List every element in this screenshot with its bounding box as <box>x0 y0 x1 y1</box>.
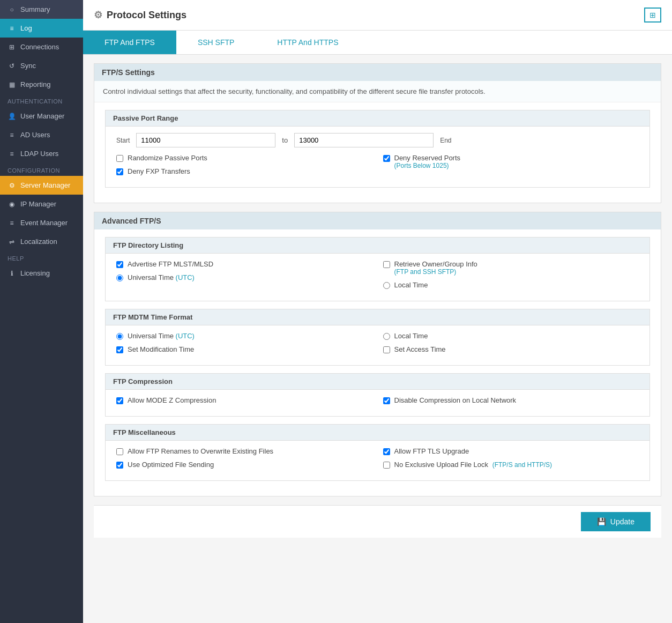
ftp-compression-subsection: FTP Compression Allow MODE Z Compression <box>105 373 650 417</box>
ftp-mdtm-header: FTP MDTM Time Format <box>106 309 649 325</box>
set-mod-time-checkbox[interactable] <box>116 346 123 353</box>
ftp-mdtm-right: Local Time Set Access Time <box>383 332 639 359</box>
set-mod-time-label: Set Modification Time <box>128 345 194 353</box>
user-manager-icon: 👤 <box>8 113 16 120</box>
localization-icon: ⇌ <box>8 238 16 246</box>
advertise-mlst-checkbox[interactable] <box>116 261 123 268</box>
passive-checkboxes: Randomize Passive Ports Deny FXP Transfe… <box>116 154 639 181</box>
sidebar-item-licensing[interactable]: ℹ Licensing <box>0 264 83 283</box>
ftp-compression-right: Disable Compression on Local Network <box>383 396 639 410</box>
ftp-directory-left: Advertise FTP MLST/MLSD Universal Time (… <box>116 260 372 294</box>
deny-reserved-label: Deny Reserved Ports <box>394 154 461 162</box>
bookmark-button[interactable]: ⊞ <box>644 8 661 23</box>
allow-tls-checkbox[interactable] <box>383 448 390 455</box>
local-time-mdtm-label: Local Time <box>394 332 428 340</box>
allow-mode-z-checkbox[interactable] <box>116 397 123 404</box>
update-save-icon: 💾 <box>597 517 606 526</box>
advanced-content: FTP Directory Listing Advertise FTP MLST… <box>94 229 661 496</box>
tab-http-https[interactable]: HTTP And HTTPS <box>256 31 360 54</box>
local-time-dir-radio[interactable] <box>383 282 390 289</box>
sidebar-item-event-manager[interactable]: ≡ Event Manager <box>0 213 83 232</box>
page-gear-icon: ⚙ <box>94 9 102 21</box>
ftp-directory-header: FTP Directory Listing <box>106 238 649 254</box>
deny-fxp-row: Deny FXP Transfers <box>116 167 372 175</box>
allow-mode-z-row: Allow MODE Z Compression <box>116 396 372 404</box>
page-header: ⚙ Protocol Settings ⊞ <box>83 0 672 31</box>
page-title-row: ⚙ Protocol Settings <box>94 9 186 21</box>
advanced-ftps-header: Advanced FTP/S <box>94 212 661 229</box>
allow-mode-z-label: Allow MODE Z Compression <box>128 396 216 404</box>
sidebar-item-ip-manager[interactable]: ◉ IP Manager <box>0 195 83 213</box>
passive-port-section: Passive Port Range Start to End <box>94 102 661 203</box>
deny-reserved-row: Deny Reserved Ports (Ports Below 1025) <box>383 154 639 169</box>
ftp-mdtm-body: Universal Time (UTC) Set Modification Ti… <box>106 325 649 365</box>
tab-ssh-sftp[interactable]: SSH SFTP <box>176 31 256 54</box>
allow-tls-row: Allow FTP TLS Upgrade <box>383 447 639 455</box>
local-time-mdtm-radio[interactable] <box>383 333 390 340</box>
set-access-time-label: Set Access Time <box>394 345 446 353</box>
end-port-input[interactable] <box>294 133 434 147</box>
page-title: Protocol Settings <box>107 10 186 21</box>
auth-section-label: Authentication <box>0 94 83 107</box>
sidebar-item-connections[interactable]: ⊞ Connections <box>0 38 83 56</box>
sidebar-item-reporting[interactable]: ▦ Reporting <box>0 75 83 94</box>
ip-manager-icon: ◉ <box>8 201 16 208</box>
ftp-misc-cols: Allow FTP Renames to Overwrite Existing … <box>116 447 639 474</box>
no-exclusive-lock-label: No Exclusive Upload File Lock <box>394 461 489 469</box>
sidebar-item-summary[interactable]: ○ Summary <box>0 0 83 19</box>
univ-time-mdtm-radio[interactable] <box>116 333 123 340</box>
randomize-passive-label: Randomize Passive Ports <box>128 154 207 162</box>
log-icon: ≡ <box>8 25 16 32</box>
deny-fxp-label: Deny FXP Transfers <box>128 167 190 175</box>
sidebar-item-log[interactable]: ≡ Log <box>0 19 83 38</box>
allow-ftp-renames-checkbox[interactable] <box>116 448 123 455</box>
disable-compression-checkbox[interactable] <box>383 397 390 404</box>
ftp-misc-left: Allow FTP Renames to Overwrite Existing … <box>116 447 372 474</box>
deny-reserved-sub: (Ports Below 1025) <box>394 162 461 169</box>
use-optimized-checkbox[interactable] <box>116 462 123 469</box>
to-label: to <box>282 136 288 144</box>
sidebar-item-ldap-users[interactable]: ≡ LDAP Users <box>0 144 83 163</box>
sidebar-item-server-manager[interactable]: ⚙ Server Manager <box>0 176 83 195</box>
deny-fxp-checkbox[interactable] <box>116 168 123 175</box>
randomize-passive-checkbox[interactable] <box>116 155 123 162</box>
ftps-settings-header: FTP/S Settings <box>94 64 661 81</box>
univ-time-dir-radio[interactable] <box>116 275 123 281</box>
ftp-directory-body: Advertise FTP MLST/MLSD Universal Time (… <box>106 254 649 301</box>
config-section-label: Configuration <box>0 163 83 176</box>
connections-icon: ⊞ <box>8 43 16 51</box>
update-button[interactable]: 💾 Update <box>581 512 651 531</box>
sidebar: ○ Summary ≡ Log ⊞ Connections ↺ Sync ▦ R… <box>0 0 83 623</box>
advertise-mlst-label: Advertise FTP MLST/MLSD <box>128 260 213 268</box>
univ-time-mdtm-row: Universal Time (UTC) <box>116 332 372 340</box>
ftp-misc-body: Allow FTP Renames to Overwrite Existing … <box>106 441 649 480</box>
advertise-mlst-row: Advertise FTP MLST/MLSD <box>116 260 372 268</box>
sidebar-item-localization[interactable]: ⇌ Localization <box>0 232 83 251</box>
disable-compression-label: Disable Compression on Local Network <box>394 396 517 404</box>
sidebar-item-sync[interactable]: ↺ Sync <box>0 56 83 75</box>
licensing-icon: ℹ <box>8 270 16 277</box>
retrieve-owner-checkbox[interactable] <box>383 261 390 268</box>
sync-icon: ↺ <box>8 62 16 70</box>
univ-time-mdtm-label: Universal Time (UTC) <box>128 332 195 340</box>
deny-reserved-checkbox[interactable] <box>383 155 390 162</box>
passive-left: Randomize Passive Ports Deny FXP Transfe… <box>116 154 372 181</box>
tab-ftp-ftps[interactable]: FTP And FTPS <box>83 31 176 54</box>
utc-link-mdtm: (UTC) <box>176 332 195 340</box>
ftp-mdtm-subsection: FTP MDTM Time Format Universal Time (UTC… <box>105 309 650 366</box>
event-manager-icon: ≡ <box>8 219 16 227</box>
ldap-users-icon: ≡ <box>8 150 16 158</box>
ftp-directory-subsection: FTP Directory Listing Advertise FTP MLST… <box>105 237 650 301</box>
use-optimized-row: Use Optimized File Sending <box>116 461 372 469</box>
retrieve-owner-sub: (FTP and SSH SFTP) <box>394 268 477 276</box>
no-exclusive-lock-checkbox[interactable] <box>383 462 390 469</box>
ftp-directory-cols: Advertise FTP MLST/MLSD Universal Time (… <box>116 260 639 294</box>
set-access-time-checkbox[interactable] <box>383 346 390 353</box>
passive-port-body: Start to End Randomize Passive Ports <box>106 127 649 187</box>
local-time-mdtm-row: Local Time <box>383 332 639 340</box>
ftp-compression-body: Allow MODE Z Compression Disable Compres… <box>106 390 649 416</box>
disable-compression-row: Disable Compression on Local Network <box>383 396 639 404</box>
start-port-input[interactable] <box>136 133 275 147</box>
sidebar-item-ad-users[interactable]: ≡ AD Users <box>0 125 83 144</box>
sidebar-item-user-manager[interactable]: 👤 User Manager <box>0 107 83 125</box>
